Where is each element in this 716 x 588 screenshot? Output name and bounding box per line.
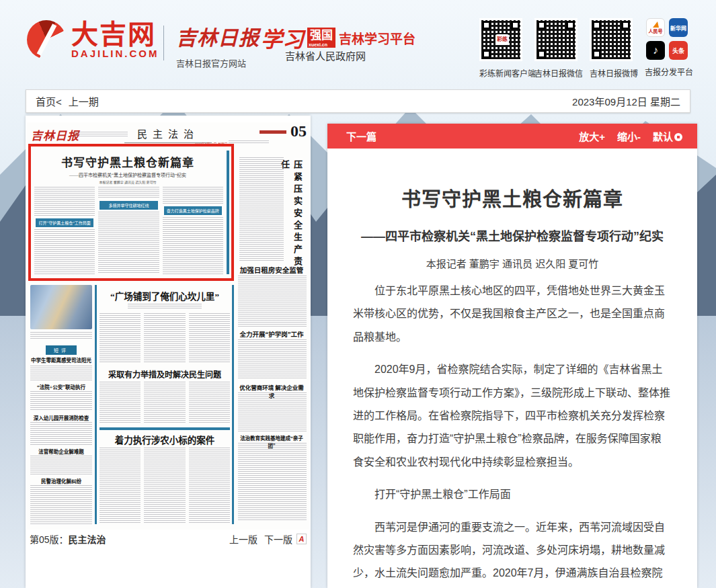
article-title: 书写守护黑土粮仓新篇章 — [353, 183, 672, 212]
dajilin-logo-domain: DAJILIN.COM — [71, 48, 159, 59]
qr-item-wechat: 吉林日报微信 — [534, 18, 579, 79]
nav-home-link[interactable]: 首页< — [36, 94, 62, 108]
simulated-text — [163, 217, 223, 274]
article-subtitle: ——四平市检察机关“黑土地保护检察监督专项行动”纪实 — [353, 226, 672, 244]
distribution-app-icons: 人民号 新华网 ♪ 头条 — [646, 18, 690, 60]
zoom-in-button[interactable]: 放大+ — [579, 129, 605, 143]
qr-code-row: 彩练 彩练新闻客户端 吉林日报微信 吉林日报微博 人民号 新华网 ♪ 头条 吉报… — [479, 18, 689, 79]
qr-code-wechat — [534, 18, 578, 61]
paper-main-subtitle: ——四平市检察机关“黑土地保护检察监督专项行动”纪实 — [31, 171, 225, 178]
paper-column-tag: 短评 — [46, 345, 77, 355]
pdf-download-icon[interactable]: A — [296, 534, 307, 544]
simulated-text — [100, 382, 141, 423]
jilin-daily-logo[interactable]: 吉林日报 吉林日报官方网站 — [176, 22, 260, 69]
column-rule — [232, 285, 234, 524]
issue-date: 2023年09月12日 星期二 — [572, 94, 680, 108]
simulated-text — [100, 448, 141, 523]
article-body: 书写守护黑土粮仓新篇章 ——四平市检察机关“黑土地保护检察监督专项行动”纪实 本… — [327, 149, 697, 588]
simulated-text — [238, 276, 307, 327]
newspaper-masthead: 吉林日报 — [31, 126, 79, 143]
dajilin-logo[interactable]: 大吉网 DAJILIN.COM — [27, 20, 159, 59]
paper-headline: 民警治理化解纠纷 — [28, 477, 94, 485]
qr-item-distribution: 人民号 新华网 ♪ 头条 吉报分发平台 — [645, 18, 689, 79]
paper-headline: 法官帮助企业解难题 — [28, 448, 94, 455]
douyin-app-icon: ♪ — [646, 41, 665, 60]
next-page-link[interactable]: 下一版 — [264, 532, 292, 546]
highlighted-article-box[interactable]: 书写守护黑土粮仓新篇章 ——四平市检察机关“黑土地保护检察监督专项行动”纪实 本… — [28, 144, 234, 281]
reset-zoom-button[interactable]: 默认 — [653, 129, 682, 143]
paper-headline: 加强日租房安全监管 — [237, 265, 307, 275]
breadcrumb-bar: 首页< 上一期 2023年09月12日 星期二 — [26, 89, 690, 113]
simulated-text — [30, 366, 92, 380]
paper-headline: 着力执行涉农小标的案件 — [100, 433, 230, 446]
simulated-text — [238, 392, 307, 431]
article-reader-panel: 下一篇 放大+ 缩小- 默认 书写守护黑土粮仓新篇章 ——四平市检察机关“黑土地… — [327, 124, 697, 588]
column-rule — [95, 285, 97, 524]
toutiao-app-icon: 头条 — [669, 41, 688, 60]
site-header: 大吉网 DAJILIN.COM 吉林日报 吉林日报官方网站 学习 强国xuexi… — [0, 0, 716, 89]
qr-label: 彩练新闻客户端 — [479, 67, 524, 79]
prev-page-link[interactable]: 上一版 — [229, 532, 257, 546]
page-label: 第05版：民主法治 — [30, 532, 106, 546]
simulated-text — [30, 485, 92, 524]
page-number-accent — [260, 130, 286, 134]
paper-headline: 深入幼儿园开展消防检查 — [28, 414, 94, 421]
next-article-button[interactable]: 下一篇 — [346, 129, 376, 143]
reader-toolbar: 下一篇 放大+ 缩小- 默认 — [327, 124, 697, 149]
paper-main-columns: 打开“守护黑土粮仓”工作局面 多措并举守住耕地红线 奋力打造黑土地保护检察品牌 — [34, 187, 223, 274]
column-rule — [227, 151, 229, 274]
simulated-text — [100, 313, 141, 363]
paper-text-columns — [100, 448, 230, 523]
xinhuanet-app-icon: 新华网 — [669, 18, 688, 37]
article-paragraph: 2020年9月，省检察院结合实际，制定了详细的《吉林省黑土地保护检察监督专项行动… — [353, 358, 672, 474]
article-paragraph: 西苇河是伊通河的重要支流之一。近年来，西苇河流域因受自然灾害等多方面因素影响，河… — [353, 516, 672, 588]
qr-label: 吉林日报微博 — [590, 67, 634, 79]
newspaper-page-panel: 吉林日报 民主法治 2023年9月12日 星期二 05 书写守护黑土粮仓新篇章 … — [26, 116, 311, 588]
simulated-text — [189, 382, 230, 423]
qr-code-weibo — [590, 18, 633, 61]
jilin-daily-logo-text: 吉林日报 — [176, 22, 260, 51]
simulated-text — [34, 229, 95, 274]
simulated-text — [98, 187, 159, 199]
section-rule — [100, 427, 230, 430]
newspaper-page-thumbnail[interactable]: 吉林日报 民主法治 2023年9月12日 星期二 05 书写守护黑土粮仓新篇章 … — [27, 122, 309, 530]
simulated-text — [189, 448, 230, 523]
article-section-heading: 打开“守护黑土粮仓”工作局面 — [353, 483, 672, 506]
qr-label: 吉报分发平台 — [645, 66, 689, 77]
simulated-text — [98, 212, 159, 274]
simulated-text — [238, 443, 307, 521]
page-footer-bar: 第05版：民主法治 上一版 下一版 A — [27, 532, 309, 546]
gov-site-link[interactable]: 吉林省人民政府网 — [285, 48, 366, 62]
newspaper-page-number: 05 — [290, 122, 307, 140]
nav-prev-issue-link[interactable]: 上一期 — [69, 94, 99, 108]
paper-photo-classroom — [30, 285, 92, 329]
dajilin-logo-name: 大吉网 — [71, 21, 159, 48]
paper-subhead-1: 打开“守护黑土粮仓”工作局面 — [36, 218, 93, 227]
zoom-out-button[interactable]: 缩小- — [617, 129, 641, 143]
renminhao-app-icon: 人民号 — [646, 18, 665, 37]
simulated-text — [30, 422, 92, 445]
paper-headline: 采取有力举措及时解决民生问题 — [100, 368, 230, 380]
simulated-text — [74, 132, 128, 137]
simulated-text — [229, 140, 269, 144]
qr-label: 吉林日报微信 — [534, 67, 579, 79]
dajilin-logo-icon — [27, 20, 66, 59]
article-paragraph: 位于东北平原黑土核心地区的四平，凭借地处世界三大黄金玉米带核心区的优势，不仅是我… — [353, 280, 672, 349]
paper-main-byline: 本报记者 董鹏宇 通讯员 迟久阳 夏可竹 — [31, 179, 225, 184]
jilin-daily-tagline: 吉林日报官方网站 — [176, 56, 260, 69]
simulated-text — [144, 448, 185, 523]
paper-main-title: 书写守护黑土粮仓新篇章 — [31, 153, 225, 170]
reset-zoom-icon — [674, 133, 682, 141]
paper-headline: 全力开展“护学岗”工作 — [237, 329, 307, 339]
simulated-text — [189, 313, 230, 363]
qiangguo-box: 强国xuexi.cn — [307, 28, 335, 48]
paper-headline: “广场铺到了俺们心坎儿里” — [100, 289, 230, 302]
paper-headline: 中学生零距离感受司法阳光 — [28, 356, 94, 364]
simulated-text — [34, 187, 95, 216]
paper-text-columns — [100, 382, 230, 423]
header-divider — [163, 26, 164, 60]
paper-subhead-3: 奋力打造黑土地保护检察品牌 — [164, 206, 222, 215]
xuexi-domain: xuexi.cn — [309, 42, 327, 47]
simulated-text — [144, 313, 185, 363]
qr-code-news-app: 彩练 — [479, 18, 522, 61]
